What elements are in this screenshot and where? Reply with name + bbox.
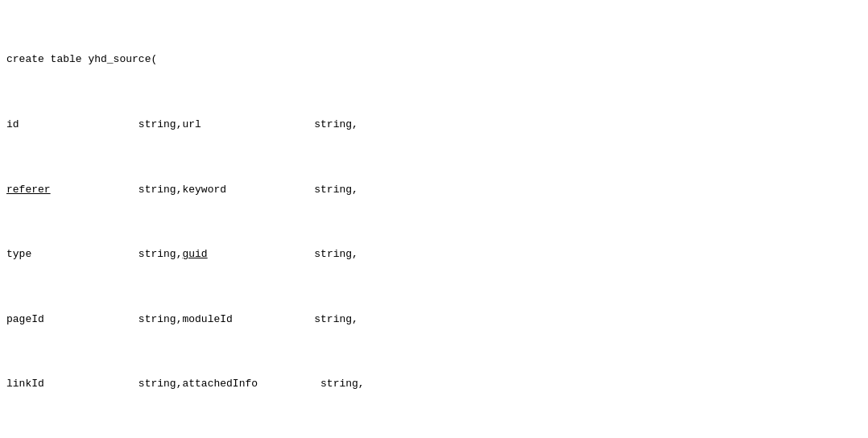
- code-line-3: referer string,keyword string,: [6, 182, 862, 198]
- code-line-1: create table yhd_source(: [6, 52, 862, 68]
- code-line-6: linkId string,attachedInfo string,: [6, 376, 862, 392]
- code-line-2: id string,url string,: [6, 117, 862, 133]
- code-line-4: type string,guid string,: [6, 246, 862, 262]
- code-block: create table yhd_source( id string,url s…: [0, 0, 868, 438]
- underline-referer: referer: [6, 184, 51, 196]
- code-line-5: pageId string,moduleId string,: [6, 312, 862, 328]
- underline-guid: guid: [182, 248, 207, 260]
